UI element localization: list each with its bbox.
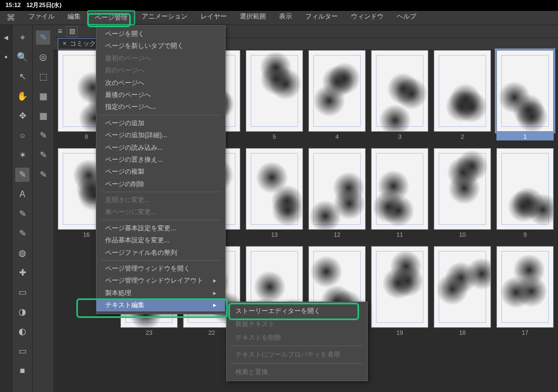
menu-6[interactable]: 表示 (272, 10, 299, 24)
page-thumb-2[interactable] (434, 50, 491, 132)
railb-tool-13[interactable]: ▭ (15, 285, 29, 299)
railb-tool-7[interactable]: ✎ (15, 168, 29, 182)
clock-time: 15:12 (5, 2, 21, 9)
raila-tool-1[interactable]: • (0, 50, 13, 64)
railb-tool-9[interactable]: ✎ (15, 207, 29, 221)
railb-tool-11[interactable]: ◍ (15, 246, 29, 260)
menu-item[interactable]: ページ基本設定を変更... (96, 222, 225, 234)
menu-item[interactable]: テキスト編集▸ (96, 299, 225, 311)
submenu-item: テキストにツールプロパティを適用 (227, 348, 367, 361)
page-number: 2 (434, 133, 491, 140)
page-thumb-17[interactable] (496, 246, 554, 328)
clock-date: 12月25日(水) (26, 2, 62, 9)
railb-tool-14[interactable]: ◑ (15, 305, 29, 319)
menu-item: 見開きに変更... (96, 194, 225, 206)
page-number: 10 (434, 231, 491, 238)
railb-tool-8[interactable]: A (15, 187, 29, 201)
railb-tool-5[interactable]: ○ (15, 128, 29, 143)
page-number: 3 (371, 133, 428, 140)
hamburger-icon[interactable]: ≡ (58, 27, 62, 36)
menu-2[interactable]: ページ管理 (87, 10, 135, 24)
railb-tool-16[interactable]: ▭ (15, 344, 29, 358)
page-number: 13 (246, 231, 303, 238)
railc-tool-1[interactable]: ◎ (36, 50, 50, 64)
railb-tool-17[interactable]: ■ (15, 364, 29, 378)
raila-tool-0[interactable]: ◂ (0, 30, 13, 45)
menu-item[interactable]: ページの置き換え... (96, 154, 225, 166)
menu-item[interactable]: ページを開く (96, 28, 225, 40)
page-thumb-1[interactable] (496, 50, 554, 132)
page-number: 12 (308, 231, 366, 238)
menu-item[interactable]: 次のページへ (96, 77, 225, 89)
menu-item[interactable]: 指定のページへ... (96, 101, 225, 113)
railc-tool-2[interactable]: ⬚ (36, 70, 50, 84)
menu-9[interactable]: ヘルプ (390, 10, 423, 24)
railb-tool-10[interactable]: ✎ (15, 226, 29, 241)
page-number: 18 (434, 329, 491, 336)
page-thumb-10[interactable] (434, 148, 491, 230)
page-thumb-13[interactable] (246, 148, 303, 230)
subtool-rail: ✎◎⬚▦▦✎✎✎ (33, 25, 53, 392)
railb-tool-1[interactable]: 🔍 (15, 50, 29, 64)
page-number: 1 (496, 133, 554, 140)
page-thumb-18[interactable] (434, 246, 491, 328)
menu-item[interactable]: ページの複製 (96, 166, 225, 177)
menu-item[interactable]: ページを新しいタブで開く (96, 40, 225, 52)
menu-item[interactable]: ページ管理ウィンドウを開く (96, 262, 225, 274)
railb-tool-0[interactable]: ⌖ (15, 30, 29, 45)
menu-0[interactable]: ファイル (22, 10, 61, 24)
menu-item[interactable]: ページファイル名の整列 (96, 247, 225, 259)
menu-8[interactable]: ウィンドウ (344, 10, 390, 24)
menu-item[interactable]: ページの追加(詳細)... (96, 129, 225, 141)
railb-tool-6[interactable]: ✶ (15, 148, 29, 162)
page-thumb-19[interactable] (371, 246, 428, 328)
page-thumb-3[interactable] (371, 50, 428, 132)
submenu-item: 新規テキスト (227, 317, 367, 330)
text-edit-submenu: ストーリーエディターを開く新規テキストテキストを削除テキストにツールプロパティを… (226, 302, 368, 381)
page-thumb-4[interactable] (308, 50, 366, 132)
menu-item[interactable]: ページ管理ウィンドウレイアウト▸ (96, 274, 225, 286)
chevron-right-icon: ▸ (213, 289, 216, 297)
page-number: 9 (496, 231, 554, 238)
menu-item: 単ページに変更... (96, 206, 225, 218)
page-thumb-11[interactable] (371, 148, 428, 230)
menu-7[interactable]: フィルター (299, 10, 344, 24)
tab-title: コミック3 (70, 40, 100, 47)
menu-3[interactable]: アニメーション (135, 10, 194, 24)
railb-tool-3[interactable]: ✋ (15, 89, 29, 103)
railb-tool-12[interactable]: ✚ (15, 266, 29, 280)
railb-tool-15[interactable]: ◐ (15, 324, 29, 339)
railc-tool-4[interactable]: ▦ (36, 109, 50, 123)
page-number: 23 (120, 329, 178, 336)
railc-tool-0[interactable]: ✎ (36, 30, 50, 45)
menu-item[interactable]: 製本処理▸ (96, 287, 225, 299)
page-number: 5 (246, 133, 303, 140)
menu-4[interactable]: レイヤー (194, 10, 233, 24)
menu-item[interactable]: 最後のページへ (96, 89, 225, 101)
menu-item[interactable]: ページの追加 (96, 117, 225, 129)
page-thumb-12[interactable] (308, 148, 366, 230)
tab-close-icon[interactable]: × (63, 40, 66, 47)
chevron-right-icon: ▸ (213, 277, 216, 284)
submenu-item: 検索と置換 (227, 365, 367, 378)
railc-tool-6[interactable]: ✎ (36, 148, 50, 162)
railc-tool-5[interactable]: ✎ (36, 128, 50, 143)
app-logo: ⌘ (0, 13, 22, 23)
page-number: 19 (371, 329, 428, 336)
menu-5[interactable]: 選択範囲 (233, 10, 272, 24)
menu-item[interactable]: 作品基本設定を変更... (96, 234, 225, 246)
railb-tool-4[interactable]: ✥ (15, 109, 29, 123)
railc-tool-3[interactable]: ▦ (36, 89, 50, 103)
submenu-item[interactable]: ストーリーエディターを開く (227, 304, 367, 317)
rail-collapse: ◂• (0, 25, 12, 392)
page-thumb-9[interactable] (496, 148, 554, 230)
submenu-item: テキストを削除 (227, 331, 367, 344)
menu-item: 最初のページへ (96, 52, 225, 64)
menu-item[interactable]: ページの削除 (96, 178, 225, 190)
new-tab-button[interactable]: ▧ (66, 26, 77, 37)
menu-item[interactable]: ページの読み込み... (96, 142, 225, 154)
railb-tool-2[interactable]: ↖ (15, 70, 29, 84)
page-thumb-5[interactable] (246, 50, 303, 132)
menu-1[interactable]: 編集 (61, 10, 87, 24)
railc-tool-7[interactable]: ✎ (36, 168, 50, 182)
